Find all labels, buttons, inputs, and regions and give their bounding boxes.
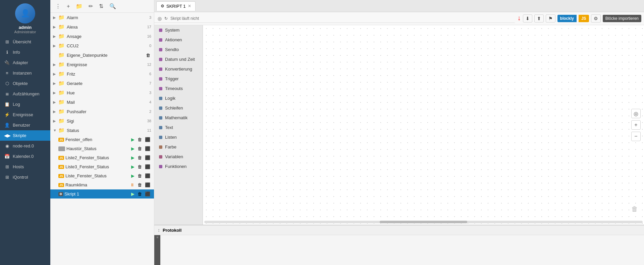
editor-toolbar: ↓ ⬇ ⬆ ⚑ blockly JS ⚙ Blöcke importieren [515, 12, 644, 25]
tree-item-ereignisse[interactable]: ▶ 📁 Ereignisse 12 [50, 60, 154, 69]
tree-item-liste3[interactable]: JS Liste3_Fenster_Status ▶ 🗑 ⬛ [50, 162, 154, 171]
tree-item-hue[interactable]: ▶ 📁 Hue 3 [50, 88, 154, 97]
sidebar-item-hosts[interactable]: ⊞ Hosts [0, 162, 50, 172]
tab-close-button[interactable]: ✕ [188, 4, 191, 8]
tree-item-pushsafer[interactable]: ▶ 📁 Pushsafer 2 [50, 107, 154, 116]
category-datum-zeit[interactable]: Datum und Zeit [154, 54, 203, 64]
canvas-scrollbar[interactable] [204, 221, 643, 223]
category-schleifen[interactable]: Schleifen [154, 103, 203, 113]
category-farbe[interactable]: Farbe [154, 142, 203, 152]
tree-item-eigene[interactable]: 📁 Eigene_Datenpunkte 🗑 [50, 50, 154, 60]
delete-button[interactable]: 🗑 [137, 137, 143, 142]
folder-icon: 📁 [58, 71, 65, 77]
tree-item-liste[interactable]: JS Liste_Fenster_Status ▶ 🗑 ⬛ [50, 171, 154, 180]
main-editor: ⚙ SKRIPT 1 ✕ ◎ ↻ Skript läuft nicht ↓ ⬇ … [154, 0, 644, 265]
tree-item-ansage[interactable]: ▶ 📁 Ansage 16 [50, 32, 154, 41]
sidebar-item-node-red[interactable]: ◉ node-red.0 [0, 141, 50, 151]
category-variablen[interactable]: Variablen [154, 152, 203, 162]
category-system[interactable]: System [154, 25, 203, 35]
category-trigger[interactable]: Trigger [154, 74, 203, 84]
export-button[interactable]: ⬛ [144, 155, 151, 161]
delete-button[interactable]: 🗑 [145, 52, 151, 58]
tab-skript1[interactable]: ⚙ SKRIPT 1 ✕ [156, 1, 196, 11]
category-timeouts[interactable]: Timeouts [154, 84, 203, 93]
tree-item-alexa[interactable]: ▶ 📁 Alexa 17 [50, 22, 154, 32]
js-mode-button[interactable]: JS [579, 15, 589, 22]
category-logik[interactable]: Logik [154, 93, 203, 103]
tree-item-liste2[interactable]: JS Liste2_Fenster_Status ▶ 🗑 ⬛ [50, 153, 154, 162]
category-text[interactable]: Text [154, 123, 203, 132]
kalender-icon: 📅 [4, 154, 10, 159]
blockly-script-icon [58, 146, 65, 151]
export-button[interactable]: ⬛ [144, 146, 151, 151]
category-aktionen[interactable]: Aktionen [154, 35, 203, 45]
tree-item-mail[interactable]: ▶ 📁 Mail 4 [50, 97, 154, 107]
delete-button[interactable]: 🗑 [137, 191, 143, 197]
add-script-button[interactable]: + [65, 2, 71, 10]
zoom-out-button[interactable]: − [631, 132, 641, 141]
export-button[interactable]: ⬛ [144, 191, 151, 197]
menu-button[interactable]: ⋮ [54, 2, 62, 10]
tree-item-fritz[interactable]: ▶ 📁 Fritz 6 [50, 69, 154, 79]
play-button[interactable]: ▶ [130, 164, 136, 170]
export-script-button[interactable]: ⬇ [523, 14, 532, 23]
tree-item-geraete[interactable]: ▶ 📁 Geraete 7 [50, 79, 154, 88]
category-listen[interactable]: Listen [154, 132, 203, 142]
tree-item-raumklima[interactable]: JS Raumklima ⏸ 🗑 ⬛ [50, 180, 154, 189]
category-konvertierung[interactable]: Konvertierung [154, 64, 203, 74]
export-button[interactable]: ⬛ [144, 173, 151, 179]
delete-button[interactable]: 🗑 [137, 182, 143, 188]
resize-handle[interactable]: ↕ [158, 227, 160, 233]
delete-button[interactable]: 🗑 [137, 164, 143, 170]
sidebar-item-benutzer[interactable]: 👤 Benutzer [0, 120, 50, 130]
add-folder-button[interactable]: 📁 [74, 2, 84, 10]
sidebar-item-log[interactable]: 📋 Log [0, 99, 50, 109]
locate-button[interactable]: ◎ [631, 109, 641, 118]
settings-button[interactable]: ⚙ [591, 14, 601, 23]
tree-item-skript1[interactable]: ⚙ Skript 1 ▶ 🗑 ⬛ [50, 189, 154, 198]
tree-item-haustuer[interactable]: Haustür_Status ▶ 🗑 ⬛ [50, 144, 154, 153]
import-script-button[interactable]: ⬆ [534, 14, 544, 23]
tree-item-status[interactable]: ▼ 📁 Status 11 [50, 126, 154, 135]
js-badge: JS [58, 183, 64, 187]
blockly-categories: System Aktionen Sendto Datum und Zeit Ko… [154, 25, 203, 225]
export-button[interactable]: ⬛ [144, 137, 151, 142]
category-funktionen[interactable]: Funktionen [154, 162, 203, 171]
refresh-button[interactable]: ↻ [164, 16, 168, 21]
tree-item-alarm[interactable]: ▶ 📁 Alarm 3 [50, 13, 154, 22]
sidebar-item-iqontrol[interactable]: ⊞ iQontrol [0, 172, 50, 182]
edit-button[interactable]: ✏ [87, 2, 95, 10]
tree-item-fenster-offen[interactable]: JS Fenster_offen ▶ 🗑 ⬛ [50, 135, 154, 144]
sidebar-item-instanzen[interactable]: ≡ Instanzen [0, 68, 50, 78]
sidebar-item-info[interactable]: ℹ Info [0, 47, 50, 57]
sidebar-item-aufzaehlungen[interactable]: ≣ Aufzählungen [0, 89, 50, 99]
sidebar-item-skripte[interactable]: ◀▶ Skripte [0, 130, 50, 141]
blockly-canvas[interactable]: ◎ + − 🗑 [203, 25, 644, 225]
play-button[interactable]: ▶ [130, 173, 136, 179]
scrollbar-thumb[interactable] [380, 221, 467, 223]
sidebar-item-kalender[interactable]: 📅 Kalender.0 [0, 151, 50, 162]
sort-button[interactable]: ⇅ [97, 2, 105, 10]
play-button[interactable]: ▶ [130, 137, 136, 142]
delete-button[interactable]: 🗑 [137, 173, 143, 179]
blockly-mode-button[interactable]: blockly [557, 15, 577, 22]
delete-button[interactable]: 🗑 [137, 155, 143, 161]
delete-button[interactable]: 🗑 [137, 146, 143, 151]
tree-item-sigi[interactable]: ▶ 📁 Sigi 38 [50, 116, 154, 126]
category-mathematik[interactable]: Mathematik [154, 113, 203, 123]
tree-item-ccu2[interactable]: ▶ 📁 CCU2 0 [50, 41, 154, 50]
play-button[interactable]: ▶ [130, 155, 136, 161]
search-button[interactable]: 🔍 [108, 2, 118, 10]
sidebar-item-uebersicht[interactable]: ⊞ Übersicht [0, 37, 50, 47]
export-button[interactable]: ⬛ [144, 164, 151, 170]
play-button[interactable]: ▶ [130, 146, 136, 151]
play-button[interactable]: ▶ [130, 191, 136, 197]
zoom-in-button[interactable]: + [631, 120, 641, 130]
sidebar-item-ereignisse[interactable]: ⚡ Ereignisse [0, 109, 50, 120]
category-sendto[interactable]: Sendto [154, 45, 203, 54]
sidebar-item-objekte[interactable]: ⬡ Objekte [0, 78, 50, 89]
sidebar-item-adapter[interactable]: 🔌 Adapter [0, 57, 50, 68]
flag-button[interactable]: ⚑ [546, 14, 555, 23]
export-button[interactable]: ⬛ [144, 182, 151, 188]
pause-button[interactable]: ⏸ [129, 182, 136, 188]
